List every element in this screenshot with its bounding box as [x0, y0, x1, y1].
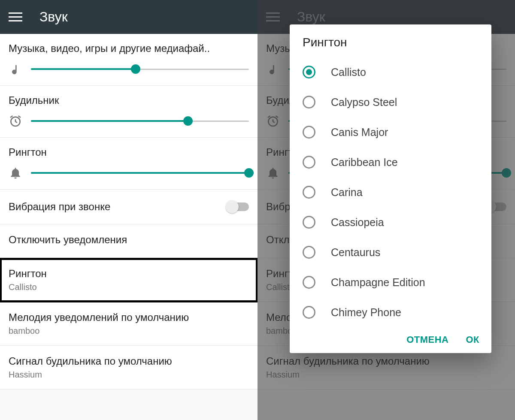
- ringtone-volume-label: Рингтон: [9, 146, 249, 158]
- ringtone-option[interactable]: Calypso Steel: [293, 87, 488, 117]
- ringtone-row-value: Callisto: [9, 282, 249, 292]
- radio-icon: [303, 66, 315, 79]
- vibrate-switch[interactable]: [227, 202, 249, 211]
- cancel-button[interactable]: ОТМЕНА: [406, 334, 448, 345]
- ringtone-volume-slider[interactable]: [31, 168, 249, 178]
- hamburger-menu-icon[interactable]: [9, 9, 24, 25]
- ringtone-option-label: Callisto: [331, 66, 366, 79]
- alarm-sound-value: Hassium: [9, 370, 249, 380]
- radio-icon: [303, 126, 315, 139]
- bell-icon: [9, 166, 22, 180]
- dialog-actions: ОТМЕНА ОК: [290, 327, 491, 350]
- ringtone-options-list: CallistoCalypso SteelCanis MajorCaribbea…: [290, 57, 491, 327]
- notification-sound-row[interactable]: Мелодия уведомлений по умолчанию bamboo: [0, 302, 258, 346]
- media-volume-label: Музыка, видео, игры и другие медиафай..: [9, 42, 249, 54]
- ringtone-option-label: Cassiopeia: [331, 216, 384, 229]
- ringtone-option-label: Carina: [331, 186, 363, 199]
- ringtone-option[interactable]: Champagne Edition: [293, 267, 488, 297]
- radio-icon: [303, 156, 315, 169]
- ringtone-row[interactable]: Рингтон Callisto: [0, 258, 258, 302]
- ok-button[interactable]: ОК: [466, 334, 479, 345]
- mute-notifications-row[interactable]: Отключить уведомления: [0, 224, 258, 258]
- ringtone-option-label: Chimey Phone: [331, 306, 401, 319]
- settings-list: Музыка, видео, игры и другие медиафай.. …: [0, 34, 258, 390]
- ringtone-option[interactable]: Carina: [293, 177, 488, 207]
- music-note-icon: [9, 62, 22, 76]
- mute-notifications-label: Отключить уведомления: [9, 234, 249, 246]
- media-volume-slider[interactable]: [31, 64, 249, 74]
- ringtone-option[interactable]: Caribbean Ice: [293, 147, 488, 177]
- ringtone-option[interactable]: Centaurus: [293, 237, 488, 267]
- page-title: Звук: [39, 9, 68, 25]
- ringtone-option[interactable]: Chimey Phone: [293, 297, 488, 327]
- ringtone-option[interactable]: Callisto: [293, 57, 488, 87]
- ringtone-option-label: Caribbean Ice: [331, 156, 398, 169]
- appbar: Звук: [0, 0, 258, 34]
- ringtone-option[interactable]: Canis Major: [293, 117, 488, 147]
- dialog-title: Рингтон: [290, 24, 491, 57]
- ringtone-option-label: Calypso Steel: [331, 96, 397, 109]
- ringtone-option-label: Canis Major: [331, 126, 388, 139]
- alarm-volume-section: Будильник: [0, 86, 258, 138]
- alarm-sound-title: Сигнал будильника по умолчанию: [9, 355, 249, 367]
- ringtone-option-label: Centaurus: [331, 246, 380, 259]
- alarm-volume-slider[interactable]: [31, 116, 249, 126]
- alarm-clock-icon: [9, 114, 22, 128]
- media-volume-section: Музыка, видео, игры и другие медиафай..: [0, 34, 258, 86]
- ringtone-option[interactable]: Cassiopeia: [293, 207, 488, 237]
- radio-icon: [303, 276, 315, 289]
- radio-icon: [303, 96, 315, 109]
- sound-settings-screen-with-dialog: Звук Музыка, видео, игры и другие медиаф…: [258, 0, 515, 420]
- alarm-volume-label: Будильник: [9, 94, 249, 106]
- ringtone-picker-dialog: Рингтон CallistoCalypso SteelCanis Major…: [290, 24, 491, 353]
- notification-sound-value: bamboo: [9, 326, 249, 336]
- alarm-sound-row[interactable]: Сигнал будильника по умолчанию Hassium: [0, 346, 258, 390]
- ringtone-volume-section: Рингтон: [0, 138, 258, 190]
- ringtone-option-label: Champagne Edition: [331, 276, 425, 289]
- radio-icon: [303, 246, 315, 259]
- vibrate-on-ring-row[interactable]: Вибрация при звонке: [0, 190, 258, 224]
- notification-sound-title: Мелодия уведомлений по умолчанию: [9, 311, 249, 323]
- radio-icon: [303, 216, 315, 229]
- ringtone-row-title: Рингтон: [9, 268, 249, 280]
- sound-settings-screen: Звук Музыка, видео, игры и другие медиаф…: [0, 0, 258, 420]
- vibrate-label: Вибрация при звонке: [9, 201, 110, 213]
- radio-icon: [303, 306, 315, 319]
- radio-icon: [303, 186, 315, 199]
